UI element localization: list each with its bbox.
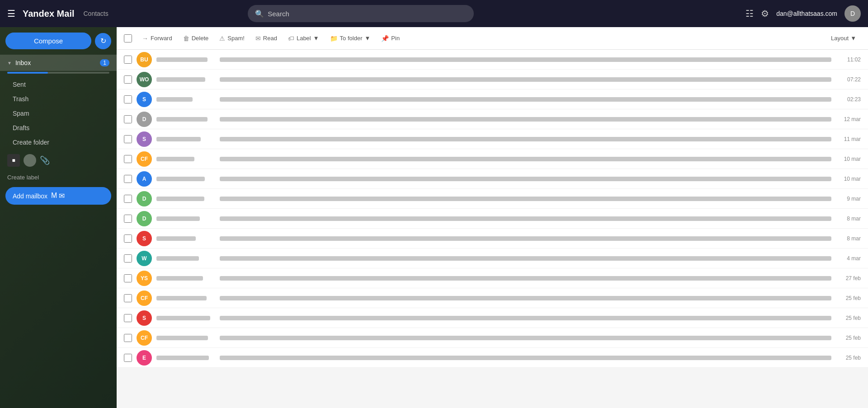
label-button[interactable]: 🏷 Label ▼ [283, 32, 324, 45]
spam-button[interactable]: ⚠ Spam! [215, 32, 249, 45]
email-row[interactable]: S 25 feb [117, 308, 868, 328]
sender-bar [156, 97, 193, 102]
storage-progress [0, 71, 117, 77]
email-avatar: S [137, 231, 152, 246]
pin-button[interactable]: 📌 Pin [377, 32, 404, 45]
email-checkbox[interactable] [124, 274, 132, 282]
label-icon: 🏷 [288, 35, 294, 42]
menu-icon[interactable]: ☰ [7, 8, 15, 19]
settings-icon[interactable]: ⚙ [761, 8, 769, 19]
sidebar-labels: ■ 📎 [0, 150, 117, 171]
email-checkbox[interactable] [124, 56, 132, 64]
email-time: 8 mar [836, 235, 861, 242]
sidebar-item-drafts[interactable]: Drafts [0, 121, 117, 135]
sender-name [156, 197, 215, 201]
sender-bar [156, 157, 194, 161]
email-time: 10 mar [836, 176, 861, 182]
read-icon: ✉ [255, 35, 261, 42]
email-row[interactable]: D 12 mar [117, 109, 868, 129]
email-checkbox[interactable] [124, 115, 132, 123]
email-avatar: CF [137, 291, 152, 306]
email-row[interactable]: WO 07:22 [117, 70, 868, 89]
sidebar-item-spam[interactable]: Spam [0, 106, 117, 121]
email-row[interactable]: CF 10 mar [117, 149, 868, 169]
sender-name [156, 157, 215, 161]
email-checkbox[interactable] [124, 215, 132, 223]
email-row[interactable]: CF 25 feb [117, 288, 868, 308]
email-avatar: CF [137, 151, 152, 167]
sender-name [156, 216, 215, 221]
compose-button[interactable]: Compose [5, 33, 91, 49]
email-row[interactable]: S 11 mar [117, 129, 868, 149]
sidebar-item-create-folder[interactable]: Create folder [0, 135, 117, 150]
email-row[interactable]: S 02:23 [117, 89, 868, 109]
email-content-bar [220, 216, 831, 221]
inbox-label: Inbox [15, 59, 31, 66]
add-mailbox-button[interactable]: Add mailbox M ✉ [5, 187, 111, 205]
layout-button[interactable]: Layout ▼ [826, 32, 861, 44]
spam-label: Spam! [227, 35, 245, 42]
email-avatar: D [137, 112, 152, 127]
search-icon: 🔍 [255, 9, 264, 18]
email-row[interactable]: CF 25 feb [117, 328, 868, 348]
black-label-icon[interactable]: ■ [7, 154, 20, 167]
email-checkbox[interactable] [124, 234, 132, 243]
sender-name [156, 177, 215, 181]
email-time: 11:02 [836, 56, 861, 63]
sender-name [156, 256, 215, 261]
email-checkbox[interactable] [124, 294, 132, 302]
sender-bar [156, 77, 205, 82]
search-input[interactable] [268, 10, 467, 18]
email-time: 27 feb [836, 275, 861, 281]
email-checkbox[interactable] [124, 75, 132, 84]
to-folder-button[interactable]: 📁 To folder ▼ [326, 32, 375, 45]
email-checkbox[interactable] [124, 175, 132, 183]
email-time: 25 feb [836, 315, 861, 321]
email-checkbox[interactable] [124, 254, 132, 263]
main-layout: Compose ↻ ▼ Inbox 1 Sent Trash Spam Draf… [0, 27, 868, 408]
contacts-link[interactable]: Contacts [84, 10, 108, 17]
email-row[interactable]: BU 11:02 [117, 50, 868, 70]
email-checkbox[interactable] [124, 314, 132, 322]
avatar[interactable]: D [844, 5, 861, 22]
select-all-checkbox[interactable] [124, 34, 132, 42]
sidebar-item-trash[interactable]: Trash [0, 92, 117, 106]
email-row[interactable]: YS 27 feb [117, 268, 868, 288]
email-row[interactable]: S 8 mar [117, 229, 868, 249]
email-row[interactable]: E 25 feb [117, 348, 868, 368]
email-time: 9 mar [836, 196, 861, 202]
to-folder-dropdown-icon: ▼ [364, 35, 370, 42]
sender-name [156, 336, 215, 340]
refresh-button[interactable]: ↻ [95, 33, 111, 49]
dot-label-icon[interactable] [24, 154, 36, 167]
email-content-bar [220, 177, 831, 181]
read-label: Read [263, 35, 277, 42]
sidebar-item-inbox[interactable]: ▼ Inbox 1 [0, 55, 117, 71]
email-row[interactable]: W 4 mar [117, 249, 868, 268]
email-checkbox[interactable] [124, 354, 132, 362]
email-checkbox[interactable] [124, 135, 132, 143]
email-avatar: S [137, 131, 152, 147]
email-row[interactable]: D 8 mar [117, 209, 868, 229]
compose-area: Compose ↻ [0, 33, 117, 55]
email-checkbox[interactable] [124, 334, 132, 342]
sender-bar [156, 137, 201, 141]
email-checkbox[interactable] [124, 195, 132, 203]
create-label-link[interactable]: Create label [0, 171, 117, 183]
email-content-bar [220, 97, 831, 102]
username: dan@allthatsaas.com [776, 10, 837, 17]
forward-button[interactable]: → Forward [137, 32, 177, 45]
to-folder-label: To folder [340, 35, 363, 42]
read-button[interactable]: ✉ Read [251, 32, 282, 45]
email-checkbox[interactable] [124, 95, 132, 103]
attach-label-icon[interactable]: 📎 [40, 155, 50, 165]
columns-icon[interactable]: ☷ [745, 8, 754, 19]
email-time: 25 feb [836, 335, 861, 341]
email-checkbox[interactable] [124, 155, 132, 163]
email-avatar: D [137, 191, 152, 206]
email-row[interactable]: D 9 mar [117, 189, 868, 209]
delete-button[interactable]: 🗑 Delete [179, 32, 213, 45]
email-content-bar [220, 157, 831, 161]
email-row[interactable]: A 10 mar [117, 169, 868, 189]
sidebar-item-sent[interactable]: Sent [0, 77, 117, 92]
